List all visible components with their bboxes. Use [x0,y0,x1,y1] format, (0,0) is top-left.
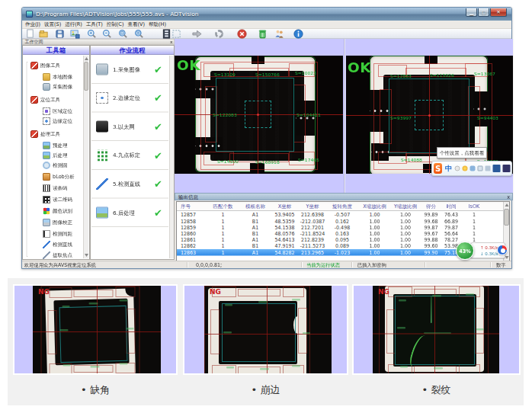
menu-item-3[interactable]: 工具(T) [86,21,103,28]
cell: 56.64 [442,231,460,237]
table-header-row[interactable]: 序号匹配个数模板名称X坐标Y坐标旋转角度X缩放比例Y缩放比例得分时间IsOK [177,202,503,211]
tree-item-1-0[interactable]: 区域定位 [43,107,82,116]
edge-locate-icon [43,117,50,125]
table-row-1[interactable]: 128581B148.5359-212.03870.1621.001.0099.… [177,218,503,224]
tree-item-1-1[interactable]: 边缘定位 [43,117,82,126]
open-job-icon[interactable] [39,29,49,39]
output-close-icon[interactable]: x [507,194,510,200]
workspace-panel-header[interactable]: 工作空间 x [22,39,175,45]
table-row-2[interactable]: 128591A154.1538212.7201-0.4981.001.0099.… [177,224,503,230]
zoom-fit-icon[interactable] [118,29,128,39]
ime-keyboard-icon[interactable] [478,166,483,171]
tree-item-2-8[interactable]: 检测间距 [43,229,82,239]
tree-item-0-0[interactable]: 本地图像 [43,72,82,82]
ime-punct-icon[interactable] [455,166,460,171]
workflow-step-5[interactable]: 5.检测直线✔ [91,170,168,198]
cell: 模板名称 [240,202,271,211]
tree-item-2-6[interactable]: 颜色识别 [43,206,82,216]
table-row-5[interactable]: 128621B147.9191-211.52730.0891.001.0099.… [177,243,503,249]
cell: 0.162 [326,218,358,224]
area-annotation: S=17465 [298,157,319,162]
tree-item-2-5[interactable]: 读二维码 [43,195,82,204]
maximize-button[interactable]: ▢ [478,8,489,17]
ime-toolbar[interactable]: S 中 [431,161,512,176]
table-row-4[interactable]: 128611A154.6413212.82390.0951.001.0099.8… [177,237,503,243]
close-button[interactable]: ✕ [490,8,507,17]
run-arrow-icon[interactable] [192,29,202,39]
tree-item-2-2[interactable]: 检测圆 [43,161,82,170]
film-icon[interactable] [162,29,171,39]
cell: 0.089 [326,243,358,249]
tree-group-2[interactable]: 处理工具 [30,130,82,139]
table-row-6[interactable]: 128631A154.8282213.2965-1.0231.001.0099.… [177,249,503,255]
tree-item-2-1[interactable]: 后处理 [43,151,82,160]
cell: 1.00 [391,218,420,224]
workflow-step-3[interactable]: 3.以太网✔ [91,113,168,141]
tree-group-0[interactable]: 图像工具 [30,61,82,70]
roi-select-icon[interactable] [171,29,181,39]
tree-item-2-4[interactable]: 读条码 [43,184,82,193]
workflow-scrollbar[interactable] [169,56,174,258]
edge-locate-icon [96,92,108,104]
menu-item-1[interactable]: 设置(S) [44,21,61,28]
title-bar[interactable]: D:\Program Files\ADTVision\Jobs\555\555.… [22,8,511,21]
tree-item-label: 读条码 [53,185,68,192]
ime-mode-icon[interactable]: 中 [445,164,452,173]
delete-icon[interactable] [258,29,268,39]
stop-icon[interactable] [237,29,247,39]
about-icon[interactable] [293,29,303,39]
tree-item-2-9[interactable]: 检测直线 [43,240,82,249]
menu-item-0[interactable]: 作业(J) [25,21,40,28]
minimize-button[interactable]: ▁ [466,8,477,17]
toolbox-scrollbar[interactable] [83,56,88,258]
ime-menu-icon[interactable] [503,165,511,172]
cell: 99.90 [420,249,442,255]
ime-emoji-icon[interactable] [463,166,468,171]
net-speed-ball[interactable]: 43% [456,242,474,260]
users-icon[interactable] [274,29,284,39]
net-logo-icon[interactable] [497,245,508,255]
ime-mic-icon[interactable] [470,166,476,171]
defect-image-liewen: NG [352,284,521,375]
menu-item-5[interactable]: 查看(V) [127,21,145,28]
camera-view-1[interactable]: OKS=13109S=150766S=10023S=122083S=104411… [175,56,343,174]
tree-item-0-1[interactable]: 采集图像 [43,82,82,91]
zoom-in-icon[interactable] [87,29,97,39]
cell: 1.00 [391,249,420,255]
new-job-icon[interactable] [25,29,35,39]
workflow-step-6[interactable]: 6.后处理✔ [91,199,168,227]
view-splitter[interactable] [344,39,345,193]
cell: 时间 [442,202,460,211]
cell: IsOK [460,202,488,211]
check-icon: ✔ [154,121,162,133]
zoom-window-icon[interactable] [134,29,144,39]
zoom-out-icon[interactable] [102,29,112,39]
workflow-step-4[interactable]: 4.九点标定✔ [91,142,168,170]
table-row-0[interactable]: 128571A153.9405212.6398-0.5071.001.0099.… [177,212,503,218]
menu-item-4[interactable]: 控制(C) [107,21,124,28]
loop-run-icon[interactable] [214,29,224,39]
tree-group-1[interactable]: 定位工具 [30,95,82,104]
defect-gallery: NG NG [8,278,524,405]
cell: 99.67 [420,231,442,237]
tree-item-2-10[interactable]: 提取焦点 [43,251,82,260]
ime-tools-icon[interactable] [486,166,491,171]
save-job-icon[interactable] [55,29,65,39]
workflow-step-1[interactable]: 1.采集图像✔ [91,56,168,84]
cell: 213.2965 [299,249,326,255]
menu-item-2[interactable]: 运行(R) [65,21,82,28]
table-row-3[interactable]: 128601B148.0576-211.85240.1631.001.0099.… [177,231,503,237]
output-panel-header[interactable]: 输出信息x [175,193,513,200]
tree-item-2-0[interactable]: 预处理 [43,141,82,150]
save-image-icon[interactable] [70,29,80,39]
tree-item-2-3[interactable]: bLob分析 [43,172,82,181]
gallery-captions: • 缺角 • 崩边 • 裂纹 [8,383,524,402]
sogou-logo-icon[interactable]: S [434,163,442,174]
workspace-close-icon[interactable]: x [170,40,173,45]
camera-view-2[interactable]: OKS=12883S=115926S=13067S=93997S=94403S=… [346,56,513,174]
cell: 1 [206,212,240,218]
menu-item-6[interactable]: 帮助(H) [149,21,166,28]
tree-item-2-7[interactable]: 图像校正 [43,218,82,227]
ime-skin-icon[interactable] [493,165,501,172]
workflow-step-2[interactable]: 2.边缘定位✔ [91,85,168,113]
